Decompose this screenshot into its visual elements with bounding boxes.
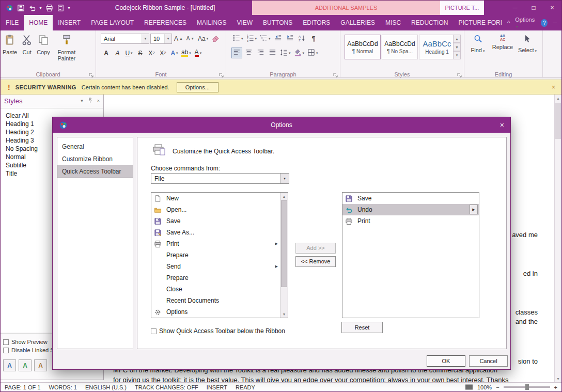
select-button[interactable]: Select▾ <box>515 30 540 54</box>
line-spacing-button[interactable]: ▾ <box>279 48 292 58</box>
command-item-save[interactable]: Save <box>151 215 280 227</box>
font-name-combo[interactable]: Arial▾ <box>101 34 149 44</box>
styles-scroll-down-icon[interactable]: ▼ <box>453 43 461 51</box>
show-paragraph-marks-button[interactable]: ¶ <box>308 33 319 44</box>
disable-linked-checkbox[interactable] <box>3 348 9 353</box>
styles-pane-dropdown-icon[interactable]: ▾ <box>81 98 83 103</box>
cancel-button[interactable]: Cancel <box>469 355 508 367</box>
justify-button[interactable] <box>267 48 278 58</box>
status-track-changes[interactable]: TRACK CHANGES: OFF <box>135 384 198 390</box>
tab-editors[interactable]: EDITORS <box>298 15 335 30</box>
chevron-down-icon[interactable]: ▾ <box>280 174 289 183</box>
choose-commands-dropdown[interactable]: File ▾ <box>151 173 289 184</box>
tab-view[interactable]: VIEW <box>231 15 258 30</box>
styles-scroll-up-icon[interactable]: ▲ <box>453 35 461 43</box>
status-page[interactable]: PAGE: 1 OF 1 <box>5 384 41 390</box>
qat-save-button[interactable] <box>15 2 26 13</box>
format-painter-button[interactable]: Format Painter <box>54 30 79 61</box>
styles-dialog-launcher-icon[interactable] <box>457 71 462 76</box>
tab-mailings[interactable]: MAILINGS <box>192 15 231 30</box>
show-below-ribbon-checkbox[interactable] <box>151 328 157 334</box>
qat-customize-dropdown-icon[interactable]: ▾ <box>66 2 72 13</box>
qat-print-button[interactable] <box>43 2 55 13</box>
styles-pane-close-icon[interactable]: × <box>97 98 100 103</box>
shading-button[interactable]: ▾ <box>293 48 306 58</box>
clipboard-dialog-launcher-icon[interactable] <box>88 71 94 76</box>
grow-font-button[interactable]: A▲ <box>173 33 184 44</box>
command-item-prepare[interactable]: Prepare <box>151 249 280 261</box>
chevron-down-icon[interactable]: ▾ <box>164 34 171 43</box>
command-item-options[interactable]: Options <box>151 306 280 318</box>
zoom-level[interactable]: 100% <box>477 384 492 390</box>
scrollbar-thumb[interactable] <box>555 103 561 139</box>
tab-page-layout[interactable]: PAGE LAYOUT <box>86 15 139 30</box>
underline-button[interactable]: U▾ <box>123 48 134 58</box>
print-layout-view-icon[interactable] <box>465 384 473 390</box>
font-size-combo[interactable]: 10▾ <box>150 34 172 44</box>
status-language[interactable]: ENGLISH (U.S.) <box>85 384 127 390</box>
picture-tools-tab[interactable]: PICTURE T... <box>440 1 484 15</box>
find-button[interactable]: Find▾ <box>465 30 490 54</box>
zoom-slider[interactable] <box>504 386 550 388</box>
qat-undo-dropdown-icon[interactable]: ▾ <box>38 2 43 13</box>
collapse-ribbon-icon[interactable]: ^ <box>507 20 510 26</box>
numbering-button[interactable]: 123▾ <box>245 33 258 44</box>
clear-formatting-button[interactable] <box>210 33 221 44</box>
scroll-down-icon[interactable]: ▼ <box>555 375 561 382</box>
zoom-slider-thumb[interactable] <box>525 384 529 390</box>
dialog-close-icon[interactable]: × <box>500 121 504 129</box>
command-item-save-as[interactable]: Save As... <box>151 227 280 238</box>
security-options-button[interactable]: Options... <box>177 82 218 92</box>
tab-insert[interactable]: INSERT <box>53 15 86 30</box>
tab-home[interactable]: HOME <box>24 15 53 30</box>
ok-button[interactable]: OK <box>427 355 465 367</box>
mdi-minimize-button[interactable]: ─ <box>553 20 557 26</box>
tab-file[interactable]: FILE <box>1 15 24 30</box>
sort-button[interactable]: AZ <box>296 33 307 44</box>
undo-submenu-button[interactable]: ▶ <box>470 205 478 214</box>
dialog-titlebar[interactable]: Options × <box>53 117 510 133</box>
increase-indent-button[interactable] <box>285 33 295 44</box>
add-button[interactable]: Add >> <box>295 243 336 254</box>
zoom-in-button[interactable]: + <box>554 384 557 390</box>
options-menu-button[interactable]: Options ▾ <box>515 17 536 29</box>
text-effects-button[interactable]: A▾ <box>169 48 180 58</box>
highlight-color-button[interactable]: ab▾ <box>180 48 192 58</box>
maximize-button[interactable]: □ <box>524 1 543 15</box>
command-item-prepare-2[interactable]: Prepare <box>151 272 280 284</box>
status-insert-mode[interactable]: INSERT <box>207 384 227 390</box>
scroll-down-icon[interactable]: ▼ <box>280 310 288 318</box>
scrollbar-thumb[interactable] <box>281 200 287 287</box>
italic-button[interactable]: A <box>112 48 123 58</box>
paragraph-dialog-launcher-icon[interactable] <box>333 71 338 76</box>
qat-item-print[interactable]: Print <box>342 215 479 227</box>
qat-item-undo[interactable]: Undo▶ <box>342 204 479 215</box>
shrink-font-button[interactable]: A▼ <box>185 33 196 44</box>
nav-item-general[interactable]: General <box>57 140 133 153</box>
change-case-button[interactable]: Aa▾ <box>197 33 209 44</box>
tab-references[interactable]: REFERENCES <box>139 15 192 30</box>
borders-button[interactable]: ▾ <box>306 48 319 58</box>
tab-buttons[interactable]: BUTTONS <box>258 15 298 30</box>
status-words[interactable]: WORDS: 1 <box>49 384 77 390</box>
replace-button[interactable]: ABAC Replace <box>490 30 515 54</box>
qat-print-preview-button[interactable] <box>55 2 66 13</box>
style-card-no-spacing[interactable]: AaBbCcDd ¶ No Spa... <box>382 35 418 59</box>
app-logo-icon[interactable] <box>4 2 15 13</box>
scroll-up-icon[interactable]: ▲ <box>280 193 288 200</box>
command-item-close[interactable]: Close <box>151 284 280 295</box>
multilevel-list-button[interactable]: ▾ <box>259 33 272 44</box>
align-left-button[interactable] <box>231 48 242 58</box>
subscript-button[interactable]: X2 <box>146 48 157 58</box>
qat-undo-button[interactable] <box>26 2 38 13</box>
minimize-button[interactable]: ─ <box>506 1 524 15</box>
command-item-print[interactable]: Print▶ <box>151 238 280 249</box>
additional-samples-tab[interactable]: ADDITIONAL SAMPLES <box>252 1 440 15</box>
style-card-normal[interactable]: AaBbCcDd ¶ Normal <box>345 35 381 59</box>
paste-button[interactable]: Paste <box>3 30 17 61</box>
tab-picture-format[interactable]: PICTURE FORI <box>453 15 507 30</box>
scroll-up-icon[interactable]: ▲ <box>555 95 561 102</box>
bullets-button[interactable]: ▾ <box>231 33 244 44</box>
pin-icon[interactable] <box>87 98 93 104</box>
style-inspector-button[interactable]: A <box>19 359 32 371</box>
